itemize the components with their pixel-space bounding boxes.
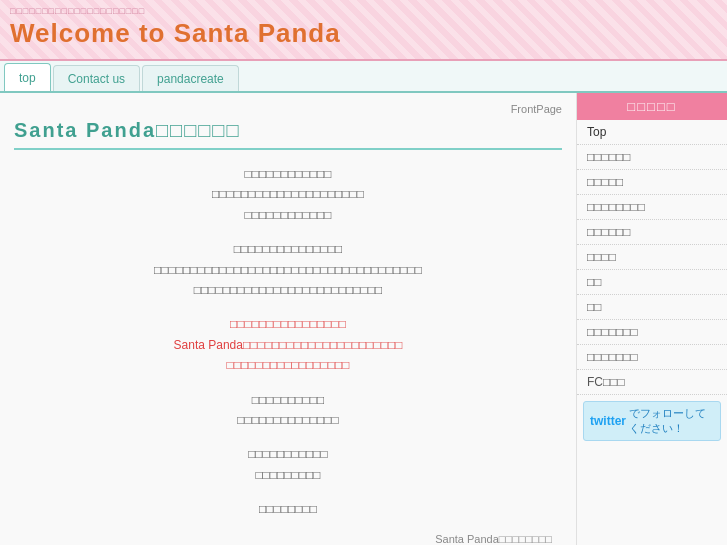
page-heading: Santa Panda□□□□□□	[14, 119, 562, 150]
twitter-icon: twitter	[590, 414, 626, 428]
sidebar-item-9[interactable]: □□□□□□□	[577, 345, 727, 370]
sidebar-item-4[interactable]: □□□□□□	[577, 220, 727, 245]
block6-line1: □□□□□□□□	[14, 499, 562, 519]
block1-line1: □□□□□□□□□□□□	[14, 164, 562, 184]
tab-contact[interactable]: Contact us	[53, 65, 140, 91]
sidebar-item-3[interactable]: □□□□□□□□	[577, 195, 727, 220]
sidebar-item-1[interactable]: □□□□□□	[577, 145, 727, 170]
sidebar-title: □□□□□	[577, 93, 727, 120]
main-layout: FrontPage Santa Panda□□□□□□ □□□□□□□□□□□□…	[0, 93, 727, 545]
content-block-3: □□□□□□□□□□□□□□□□ Santa Panda□□□□□□□□□□□□…	[14, 314, 562, 375]
site-title: Welcome to Santa Panda	[10, 18, 717, 49]
top-banner: □□□□□□□□□□□□□□□□□□□□□ Welcome to Santa P…	[0, 0, 727, 61]
content-block-4: □□□□□□□□□□ □□□□□□□□□□□□□□	[14, 390, 562, 431]
sidebar-item-fc[interactable]: FC□□□	[577, 370, 727, 395]
content-area: FrontPage Santa Panda□□□□□□ □□□□□□□□□□□□…	[0, 93, 577, 545]
nav-tabs: top Contact us pandacreate	[0, 61, 727, 93]
content-block-5: □□□□□□□□□□□ □□□□□□□□□	[14, 444, 562, 485]
block1-line2: □□□□□□□□□□□□□□□□□□□□□	[14, 184, 562, 204]
block5-line1: □□□□□□□□□□□	[14, 444, 562, 464]
content-column: FrontPage Santa Panda□□□□□□ □□□□□□□□□□□□…	[0, 93, 577, 545]
sidebar: □□□□□ Top □□□□□□ □□□□□ □□□□□□□□ □□□□□□ □…	[577, 93, 727, 545]
sidebar-item-8[interactable]: □□□□□□□	[577, 320, 727, 345]
tab-top[interactable]: top	[4, 63, 51, 91]
sidebar-item-2[interactable]: □□□□□	[577, 170, 727, 195]
content-block-2: □□□□□□□□□□□□□□□ □□□□□□□□□□□□□□□□□□□□□□□□…	[14, 239, 562, 300]
block2-line3: □□□□□□□□□□□□□□□□□□□□□□□□□□	[14, 280, 562, 300]
content-block-1: □□□□□□□□□□□□ □□□□□□□□□□□□□□□□□□□□□ □□□□□…	[14, 164, 562, 225]
block3-last: □□□□□□□□□□□□□□□□□	[14, 355, 562, 375]
block2-line2: □□□□□□□□□□□□□□□□□□□□□□□□□□□□□□□□□□□□□	[14, 260, 562, 280]
block1-line3: □□□□□□□□□□□□	[14, 205, 562, 225]
block3-line1: □□□□□□□□□□□□□□□□	[14, 314, 562, 334]
block4-line2: □□□□□□□□□□□□□□	[14, 410, 562, 430]
content-block-6: □□□□□□□□	[14, 499, 562, 519]
twitter-label: でフォローしてください！	[629, 406, 714, 436]
block3-mixed: Santa Panda□□□□□□□□□□□□□□□□□□□□□□	[14, 335, 562, 355]
front-page-label: FrontPage	[14, 103, 562, 115]
block2-line1: □□□□□□□□□□□□□□□	[14, 239, 562, 259]
sidebar-item-7[interactable]: □□	[577, 295, 727, 320]
tab-pandacreate[interactable]: pandacreate	[142, 65, 239, 91]
block5-line2: □□□□□□□□□	[14, 465, 562, 485]
sidebar-item-top[interactable]: Top	[577, 120, 727, 145]
sidebar-item-5[interactable]: □□□□	[577, 245, 727, 270]
twitter-follow-button[interactable]: twitter でフォローしてください！	[583, 401, 721, 441]
sidebar-item-6[interactable]: □□	[577, 270, 727, 295]
image-caption: Santa Panda□□□□□□□□□□□□□	[14, 533, 562, 545]
small-text: □□□□□□□□□□□□□□□□□□□□□	[10, 6, 717, 16]
block4-line1: □□□□□□□□□□	[14, 390, 562, 410]
